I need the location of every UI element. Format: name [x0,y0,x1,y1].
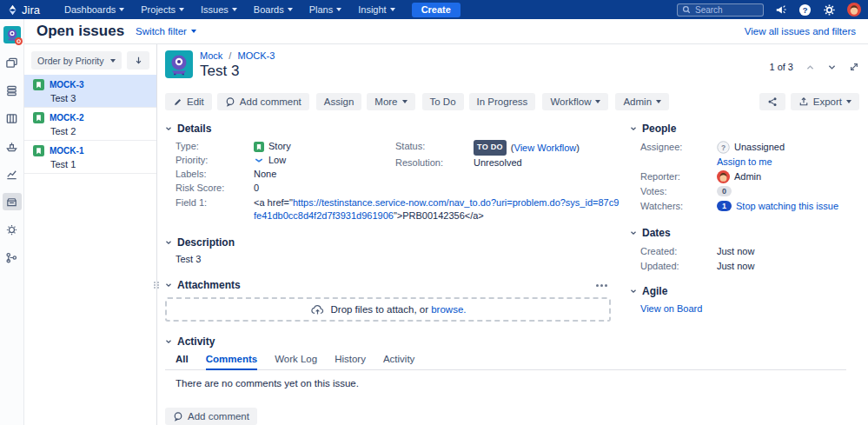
releases-ship-icon [5,140,18,153]
export-dropdown[interactable]: Export [791,93,859,110]
breadcrumb-separator: / [229,50,231,61]
issues-tray-icon [5,196,18,209]
issue-list-item[interactable]: MOCK-1 Test 1 [24,141,156,174]
rail-item-board[interactable] [3,110,22,127]
comment-bubble-icon [173,411,183,422]
rail-item-issues[interactable] [3,193,22,210]
collapse-chevron-icon[interactable] [630,288,637,295]
chevron-down-icon [232,8,237,11]
issue-detail-view: Mock / MOCK-3 Test 3 1 of 3 [157,44,868,425]
nav-item-projects[interactable]: Projects [141,4,184,15]
order-by-dropdown[interactable]: Order by Priority [31,51,122,70]
view-all-issues-link[interactable]: View all issues and filters [745,26,856,37]
tab-all[interactable]: All [176,354,189,369]
more-dropdown[interactable]: More [367,93,414,110]
switch-filter-dropdown[interactable]: Switch filter [136,26,196,37]
share-button[interactable] [759,93,785,110]
priority-low-icon [254,156,264,166]
issue-list-item[interactable]: MOCK-2 Test 2 [24,108,156,141]
add-comment-button-bottom[interactable]: Add comment [165,408,257,425]
nav-item-issues[interactable]: Issues [201,4,237,15]
attachment-dropzone[interactable]: Drop files to attach, or browse. [165,297,611,322]
rail-item-addons[interactable] [3,221,22,238]
project-avatar-small[interactable] [3,26,21,43]
attachments-more-menu-icon[interactable] [593,282,611,289]
addons-gear-icon [5,223,18,236]
cloud-upload-icon [310,302,325,317]
sort-direction-button[interactable] [127,51,149,70]
rail-item-backlog[interactable] [3,82,22,99]
field-row-resolution: Resolution: Unresolved [395,156,617,169]
todo-transition-button[interactable]: To Do [422,93,464,110]
rail-item-reports[interactable] [3,165,22,183]
collapse-chevron-icon[interactable] [165,125,172,132]
admin-dropdown[interactable]: Admin [615,93,669,110]
edit-button[interactable]: Edit [165,93,212,110]
help-icon[interactable]: ? [798,3,812,17]
collapse-chevron-icon[interactable] [630,229,637,236]
watchers-row: Watchers: 1 Stop watching this issue [640,199,858,213]
chevron-down-icon [390,8,395,11]
tab-history[interactable]: History [335,354,366,369]
search-icon [682,5,691,14]
collapse-chevron-icon[interactable] [165,282,172,289]
assign-button[interactable]: Assign [316,93,362,110]
tab-work-log[interactable]: Work Log [275,354,317,369]
breadcrumb-project-link[interactable]: Mock [200,50,222,61]
pager-count: 1 of 3 [769,62,793,72]
filter-header: Open issues Switch filter View all issue… [24,19,868,44]
rail-item-structure[interactable] [3,249,22,266]
search-box[interactable] [677,3,764,17]
field-row-field1: Field 1: <a href="https://testinstance.s… [176,196,620,222]
tab-activity[interactable]: Activity [383,354,414,369]
issue-summary: Test 1 [50,159,149,169]
issue-list-panel: Order by Priority MOCK-3 Test 3 [24,44,157,425]
issue-toolbar: Edit Add comment Assign More To Do In Pr… [165,93,859,110]
add-comment-button[interactable]: Add comment [217,93,309,110]
assign-to-me-link[interactable]: Assign to me [717,156,772,167]
browse-link[interactable]: browse. [431,304,466,315]
nav-item-dashboards[interactable]: Dashboards [64,4,124,15]
view-on-board-link[interactable]: View on Board [640,303,702,314]
workflow-dropdown[interactable]: Workflow [542,93,608,110]
expand-icon[interactable] [849,62,859,72]
chevron-down-icon [336,8,341,11]
search-input[interactable] [695,5,756,15]
rail-item-pages[interactable] [3,54,22,71]
stack-icon [5,84,18,97]
rail-item-releases[interactable] [3,137,22,155]
breadcrumb-issue-link[interactable]: MOCK-3 [237,50,275,61]
nav-item-plans[interactable]: Plans [309,4,342,15]
create-button[interactable]: Create [412,3,461,17]
breadcrumb: Mock / MOCK-3 [200,50,275,61]
nav-item-insight[interactable]: Insight [358,4,394,15]
jira-logo[interactable]: Jira [7,3,40,17]
collapse-chevron-icon[interactable] [165,239,172,246]
export-icon [798,96,809,107]
overlapping-pages-icon [5,56,18,70]
user-avatar[interactable] [847,3,861,17]
board-columns-icon [5,112,18,125]
no-comments-message: There are no comments yet on this issue. [165,378,859,388]
tab-comments[interactable]: Comments [206,354,257,370]
nav-item-boards[interactable]: Boards [254,4,293,15]
project-avatar-large [165,50,193,78]
issue-title: Test 3 [200,63,275,80]
previous-issue-chevron-up-icon[interactable] [805,63,815,72]
view-workflow-link[interactable]: View Workflow [514,143,577,153]
activity-tabs: All Comments Work Log History Activity [165,354,846,370]
field-row-status: Status: TO DO (View Workflow) [395,140,617,156]
next-issue-chevron-down-icon[interactable] [827,63,837,72]
in-progress-transition-button[interactable]: In Progress [469,93,536,110]
chevron-down-icon [119,8,124,11]
jira-logo-icon [7,4,18,16]
arrow-down-icon [134,56,143,65]
panel-resize-handle[interactable] [154,282,160,289]
announcements-megaphone-icon[interactable] [775,3,787,16]
settings-gear-icon[interactable] [823,3,836,17]
stop-watching-link[interactable]: Stop watching this issue [736,199,838,213]
collapse-chevron-icon[interactable] [630,125,637,132]
people-section-header: People [630,123,858,135]
issue-list-item[interactable]: MOCK-3 Test 3 [24,75,156,108]
collapse-chevron-icon[interactable] [165,338,172,345]
